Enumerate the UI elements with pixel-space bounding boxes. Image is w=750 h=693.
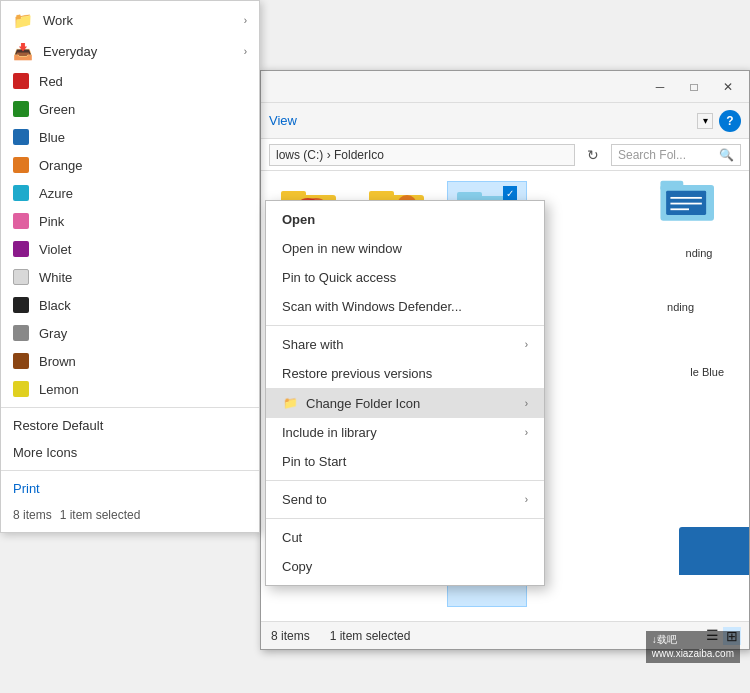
- ctx-scan-defender-label: Scan with Windows Defender...: [282, 299, 462, 314]
- ctx-separator-3: [266, 518, 544, 519]
- gray-dot: [13, 325, 29, 341]
- brown-label: Brown: [39, 354, 76, 369]
- menu-item-restore-default[interactable]: Restore Default: [1, 412, 259, 439]
- include-library-arrow-icon: ›: [525, 427, 528, 438]
- blue-dot: [13, 129, 29, 145]
- search-box[interactable]: Search Fol... 🔍: [611, 144, 741, 166]
- toolbar: View ▾ ?: [261, 103, 749, 139]
- work-label: Work: [43, 13, 73, 28]
- print-label: Print: [13, 481, 40, 496]
- red-label: Red: [39, 74, 63, 89]
- share-with-arrow-icon: ›: [525, 339, 528, 350]
- menu-item-everyday[interactable]: 📥 Everyday ›: [1, 36, 259, 67]
- menu-item-brown[interactable]: Brown: [1, 347, 259, 375]
- restore-default-label: Restore Default: [13, 418, 103, 433]
- selected-count-bar: 1 item selected: [330, 629, 411, 643]
- gray-label: Gray: [39, 326, 67, 341]
- work-folder-icon: 📁: [13, 11, 33, 30]
- menu-item-pink[interactable]: Pink: [1, 207, 259, 235]
- ctx-restore-versions-label: Restore previous versions: [282, 366, 432, 381]
- address-bar: lows (C:) › FolderIco ↻ Search Fol... 🔍: [261, 139, 749, 171]
- menu-item-gray[interactable]: Gray: [1, 319, 259, 347]
- ctx-change-folder-icon[interactable]: 📁 Change Folder Icon ›: [266, 388, 544, 418]
- context-menu: Open Open in new window Pin to Quick acc…: [265, 200, 545, 586]
- ctx-open-new-window[interactable]: Open in new window: [266, 234, 544, 263]
- refresh-button[interactable]: ↻: [583, 145, 603, 165]
- ctx-include-library[interactable]: Include in library ›: [266, 418, 544, 447]
- ctx-send-to[interactable]: Send to ›: [266, 485, 544, 514]
- ctx-open-new-window-label: Open in new window: [282, 241, 402, 256]
- blue-label: Blue: [39, 130, 65, 145]
- green-dot: [13, 101, 29, 117]
- menu-item-azure[interactable]: Azure: [1, 179, 259, 207]
- everyday-folder-icon: 📥: [13, 42, 33, 61]
- black-dot: [13, 297, 29, 313]
- help-button[interactable]: ?: [719, 110, 741, 132]
- title-bar: ─ □ ✕: [261, 71, 749, 103]
- everyday-label: Everyday: [43, 44, 97, 59]
- work-arrow: ›: [244, 15, 247, 26]
- menu-item-black[interactable]: Black: [1, 291, 259, 319]
- watermark: ↓载吧 www.xiazaiba.com: [646, 631, 740, 663]
- ctx-open-label: Open: [282, 212, 315, 227]
- items-count: 8 items: [13, 508, 52, 522]
- orange-dot: [13, 157, 29, 173]
- ctx-share-with-label: Share with: [282, 337, 343, 352]
- white-dot: [13, 269, 29, 285]
- ctx-copy-label: Copy: [282, 559, 312, 574]
- menu-item-red[interactable]: Red: [1, 67, 259, 95]
- menu-item-orange[interactable]: Orange: [1, 151, 259, 179]
- red-dot: [13, 73, 29, 89]
- ctx-send-to-label: Send to: [282, 492, 327, 507]
- close-button[interactable]: ✕: [715, 74, 741, 100]
- ctx-pin-start[interactable]: Pin to Start: [266, 447, 544, 476]
- ctx-separator-1: [266, 325, 544, 326]
- menu-item-blue[interactable]: Blue: [1, 123, 259, 151]
- selected-checkbox: ✓: [503, 186, 517, 200]
- ctx-copy[interactable]: Copy: [266, 552, 544, 581]
- folder-label-nding: nding: [667, 301, 694, 313]
- azure-label: Azure: [39, 186, 73, 201]
- ctx-include-library-label: Include in library: [282, 425, 377, 440]
- more-icons-label: More Icons: [13, 445, 77, 460]
- ctx-share-with[interactable]: Share with ›: [266, 330, 544, 359]
- menu-item-more-icons[interactable]: More Icons: [1, 439, 259, 466]
- color-submenu: 📁 Work › 📥 Everyday › Red Green Blue Ora…: [0, 0, 260, 533]
- violet-label: Violet: [39, 242, 71, 257]
- svg-rect-15: [660, 181, 683, 191]
- search-placeholder: Search Fol...: [618, 148, 686, 162]
- menu-item-violet[interactable]: Violet: [1, 235, 259, 263]
- address-path[interactable]: lows (C:) › FolderIco: [269, 144, 575, 166]
- menu-item-lemon[interactable]: Lemon: [1, 375, 259, 403]
- ctx-separator-2: [266, 480, 544, 481]
- pink-label: Pink: [39, 214, 64, 229]
- ctx-open[interactable]: Open: [266, 205, 544, 234]
- folder-item-4[interactable]: nding: [649, 171, 749, 263]
- ctx-pin-quick-access[interactable]: Pin to Quick access: [266, 263, 544, 292]
- menu-item-white[interactable]: White: [1, 263, 259, 291]
- maximize-button[interactable]: □: [681, 74, 707, 100]
- view-label[interactable]: View: [269, 113, 297, 128]
- green-label: Green: [39, 102, 75, 117]
- ctx-cut-label: Cut: [282, 530, 302, 545]
- menu-item-green[interactable]: Green: [1, 95, 259, 123]
- ctx-pin-start-label: Pin to Start: [282, 454, 346, 469]
- ctx-change-folder-icon-label: Change Folder Icon: [306, 396, 420, 411]
- ctx-restore-versions[interactable]: Restore previous versions: [266, 359, 544, 388]
- minimize-button[interactable]: ─: [647, 74, 673, 100]
- folder-4-name: nding: [686, 247, 713, 259]
- ctx-cut[interactable]: Cut: [266, 523, 544, 552]
- ctx-scan-defender[interactable]: Scan with Windows Defender...: [266, 292, 544, 321]
- black-label: Black: [39, 298, 71, 313]
- send-to-arrow-icon: ›: [525, 494, 528, 505]
- brown-dot: [13, 353, 29, 369]
- violet-dot: [13, 241, 29, 257]
- lemon-dot: [13, 381, 29, 397]
- menu-separator-2: [1, 470, 259, 471]
- everyday-arrow: ›: [244, 46, 247, 57]
- menu-item-print[interactable]: Print: [1, 475, 259, 502]
- address-path-text: lows (C:) › FolderIco: [276, 148, 384, 162]
- ctx-pin-quick-access-label: Pin to Quick access: [282, 270, 396, 285]
- dropdown-arrow-icon[interactable]: ▾: [697, 113, 713, 129]
- menu-item-work[interactable]: 📁 Work ›: [1, 5, 259, 36]
